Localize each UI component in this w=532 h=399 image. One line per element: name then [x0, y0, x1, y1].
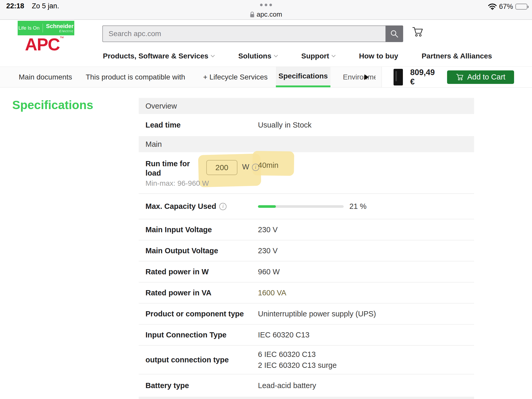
spec-value: 230 V	[258, 245, 278, 256]
spec-row-output-connection: output connection type 6 IEC 60320 C13 2…	[139, 345, 474, 374]
spec-row-rated-power-va: Rated power in VA 1600 VA	[139, 282, 474, 303]
capacity-progress-bar	[258, 205, 344, 208]
screen: 22:18 Zo 5 jan. apc.com 67% Life Is On S…	[0, 0, 532, 399]
chevron-down-icon	[211, 55, 215, 57]
spec-label: Battery type	[145, 381, 258, 390]
load-watts-input[interactable]	[206, 160, 237, 175]
apc-logo[interactable]: APC™	[25, 36, 63, 53]
date: Zo 5 jan.	[32, 2, 59, 10]
tab-compatible-with[interactable]: This product is compatible with	[86, 67, 185, 87]
spec-value: 230 V	[258, 224, 278, 235]
battery-percent: 67%	[499, 3, 513, 11]
battery-icon	[515, 4, 527, 10]
nav-how-to-buy[interactable]: How to buy	[359, 52, 398, 60]
spec-label: Lead time	[145, 121, 258, 129]
spec-row-main-output-voltage: Main Output Voltage 230 V	[139, 240, 474, 261]
cart-button[interactable]	[412, 26, 423, 37]
product-tab-bar: Main documents This product is compatibl…	[0, 66, 532, 88]
life-is-on-label: Life Is On	[18, 25, 39, 31]
search-input[interactable]	[102, 25, 385, 42]
next-section-header-partial	[139, 397, 474, 399]
site-header: Life Is On Schneider Electric APC™	[0, 20, 532, 66]
spec-label: Max. Capacity Used	[145, 202, 216, 211]
spec-value: Uninterruptible power supply (UPS)	[258, 308, 376, 319]
spec-value: 6 IEC 60320 C13 2 IEC 60320 C13 surge	[258, 349, 337, 371]
chevron-down-icon	[274, 55, 278, 57]
site-search	[102, 25, 403, 42]
section-header-main: Main	[139, 136, 474, 152]
main-nav: Products, Software & Services Solutions …	[103, 52, 492, 60]
spec-row-rated-power-w: Rated power in W 960 W	[139, 261, 474, 282]
logo-divider	[43, 24, 43, 32]
spec-label: Input Connection Type	[145, 331, 258, 339]
run-time-minmax-hint: Min-max: 96-960 W	[145, 179, 209, 188]
schneider-electric-label: Schneider Electric	[46, 23, 74, 33]
spec-row-lead-time: Lead time Usually in Stock	[139, 114, 474, 136]
spec-label: Rated power in W	[145, 268, 258, 276]
watts-unit-label: W	[242, 163, 249, 171]
page-dots-icon[interactable]	[260, 4, 272, 6]
spec-value: Usually in Stock	[258, 119, 311, 130]
nav-products[interactable]: Products, Software & Services	[103, 52, 215, 60]
status-left: 22:18 Zo 5 jan.	[6, 2, 59, 10]
schneider-logo[interactable]: Life Is On Schneider Electric	[18, 21, 74, 35]
tab-lifecycle-services[interactable]: + Lifecycle Services	[203, 67, 268, 87]
address-bar[interactable]: apc.com	[250, 10, 282, 18]
section-header-overview: Overview	[139, 98, 474, 114]
nav-solutions[interactable]: Solutions	[238, 52, 278, 60]
spec-row-run-time: Run time for load Min-max: 96-960 W W i …	[139, 152, 474, 194]
spec-label: Run time for load	[145, 159, 203, 178]
capacity-progress-fill	[258, 205, 276, 208]
spec-row-max-capacity: Max. Capacity Used i 21 %	[139, 194, 474, 219]
add-to-cart-button[interactable]: Add to Cart	[447, 70, 514, 84]
wifi-icon	[488, 3, 497, 10]
spec-label: Main Output Voltage	[145, 247, 258, 255]
lock-icon	[250, 11, 255, 18]
spec-label-wrap: Max. Capacity Used i	[145, 202, 258, 211]
status-url-bar: 22:18 Zo 5 jan. apc.com 67%	[0, 0, 532, 20]
magnifier-icon	[390, 30, 398, 38]
spec-row-main-input-voltage: Main Input Voltage 230 V	[139, 219, 474, 240]
nav-support[interactable]: Support	[301, 52, 336, 60]
search-button[interactable]	[385, 25, 403, 42]
spec-label: Main Input Voltage	[145, 225, 258, 234]
info-icon[interactable]: i	[219, 203, 227, 210]
page-title: Specifications	[12, 98, 93, 112]
spec-row-product-type: Product or component type Uninterruptibl…	[139, 303, 474, 324]
status-right: 67%	[488, 3, 527, 11]
highlighted-spec-value: 1600 VA	[258, 287, 286, 298]
spec-label: Rated power in VA	[145, 289, 258, 297]
product-price: 809,49 €	[410, 68, 441, 87]
spec-label: Product or component type	[145, 310, 258, 318]
spec-row-input-connection: Input Connection Type IEC 60320 C13	[139, 324, 474, 345]
spec-row-battery-type: Battery type Lead-acid battery	[139, 374, 474, 397]
url-text: apc.com	[257, 10, 282, 18]
cursor-arrow-icon	[363, 74, 370, 81]
spec-value: Lead-acid battery	[258, 380, 316, 391]
tab-main-documents[interactable]: Main documents	[19, 67, 72, 87]
spec-value: IEC 60320 C13	[258, 329, 309, 340]
clock: 22:18	[6, 2, 24, 10]
tab-specifications[interactable]: Specifications	[276, 67, 330, 87]
cart-icon	[412, 26, 423, 37]
cart-icon	[456, 74, 464, 81]
tab-environment[interactable]: Environmen	[343, 67, 376, 87]
spec-value: 960 W	[258, 266, 280, 277]
trademark-symbol: ™	[59, 36, 63, 41]
main-content: Specifications Overview Lead time Usuall…	[0, 88, 532, 399]
specifications-table: Overview Lead time Usually in Stock Main…	[139, 88, 474, 399]
spec-label: output connection type	[145, 356, 258, 364]
chevron-down-icon	[331, 55, 336, 57]
product-thumbnail	[394, 69, 403, 85]
run-time-result: 40min	[258, 161, 278, 170]
buy-box: 809,49 € Add to Cart	[382, 67, 532, 87]
capacity-percent: 21 %	[349, 202, 367, 211]
nav-partners[interactable]: Partners & Alliances	[422, 52, 492, 60]
